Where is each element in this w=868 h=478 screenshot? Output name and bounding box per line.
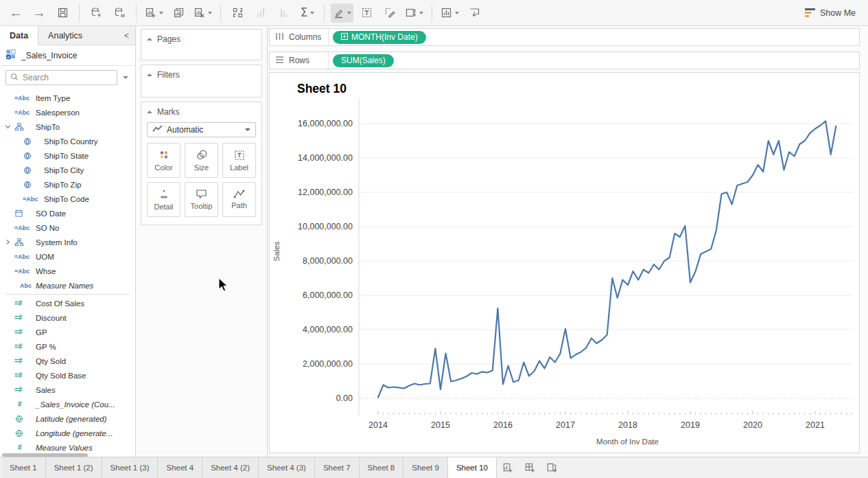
path-mark-button[interactable]: Path bbox=[222, 182, 256, 217]
redo-button[interactable]: → bbox=[29, 3, 49, 23]
field-item-gp[interactable]: =#GP % bbox=[0, 339, 135, 354]
field-item-item-type[interactable]: =AbcItem Type bbox=[0, 91, 135, 105]
color-mark-button[interactable]: Color bbox=[147, 143, 180, 178]
field-item-uom[interactable]: =AbcUOM bbox=[0, 249, 135, 264]
new-dashboard-button[interactable] bbox=[519, 457, 541, 478]
expander-right-icon[interactable] bbox=[4, 239, 11, 245]
num-field-icon: =# bbox=[14, 328, 32, 336]
duplicate-sheet-icon bbox=[173, 7, 185, 19]
field-list-options-caret[interactable] bbox=[123, 76, 128, 79]
field-item-gp[interactable]: =#GP bbox=[0, 325, 135, 339]
new-worksheet-button[interactable] bbox=[143, 3, 165, 23]
field-item-measure-values[interactable]: #Measure Values bbox=[0, 440, 135, 455]
fit-selector-icon bbox=[441, 7, 452, 19]
svg-text:2014: 2014 bbox=[368, 420, 388, 430]
worksheet-canvas[interactable]: Sheet 10 0.002,000,000.004,000,000.006,0… bbox=[269, 72, 860, 453]
sheet-tab-sheet-10[interactable]: Sheet 10 bbox=[448, 457, 497, 478]
size-mark-button[interactable]: Size bbox=[185, 143, 218, 178]
new-story-button[interactable] bbox=[541, 457, 563, 478]
rows-shelf[interactable]: Rows SUM(Sales) bbox=[269, 52, 860, 69]
sheet-tab-sheet-1[interactable]: Sheet 1 bbox=[1, 457, 46, 478]
search-input[interactable] bbox=[23, 73, 91, 82]
sheet-tab-sheet-9[interactable]: Sheet 9 bbox=[403, 457, 448, 478]
cell-size-button[interactable] bbox=[403, 3, 425, 23]
field-item-cost-of-sales[interactable]: =#Cost Of Sales bbox=[0, 296, 135, 310]
chevron-down-icon bbox=[245, 128, 250, 131]
field-item-measure-names[interactable]: AbcMeasure Names bbox=[0, 278, 135, 293]
mark-labels-button[interactable] bbox=[356, 3, 377, 23]
field-item-system-info[interactable]: System Info bbox=[0, 235, 135, 249]
new-datasource-button[interactable] bbox=[86, 3, 106, 23]
search-input-box[interactable] bbox=[5, 70, 117, 85]
horizontal-scrollbar-thumb[interactable] bbox=[2, 453, 88, 457]
undo-button[interactable]: ← bbox=[5, 3, 26, 23]
field-item-sales-invoice-cou[interactable]: #_Sales_Invoice (Cou... bbox=[0, 397, 135, 411]
field-item-shipto-city[interactable]: ShipTo City bbox=[0, 163, 135, 177]
field-item-shipto[interactable]: ShipTo bbox=[0, 120, 135, 134]
sheet-tab-sheet-4-3[interactable]: Sheet 4 (3) bbox=[259, 457, 315, 478]
field-item-salesperson[interactable]: =AbcSalesperson bbox=[0, 105, 135, 120]
field-label: Sales bbox=[36, 386, 56, 394]
tooltip-mark-button[interactable]: Tooltip bbox=[185, 182, 218, 217]
datasource-item[interactable]: _Sales_Invoice bbox=[0, 45, 135, 66]
filters-card[interactable]: Filters bbox=[141, 65, 262, 98]
field-item-sales[interactable]: =#Sales bbox=[0, 383, 135, 397]
collapse-pane-button[interactable]: < bbox=[118, 26, 135, 45]
globe-field-icon bbox=[23, 180, 40, 190]
sales-line-chart[interactable]: 0.002,000,000.004,000,000.006,000,000.00… bbox=[270, 73, 860, 453]
field-item-longitude-generate[interactable]: Longitude (generate... bbox=[0, 426, 135, 440]
field-item-shipto-code[interactable]: =AbcShipTo Code bbox=[0, 192, 135, 206]
fit-selector-button[interactable] bbox=[438, 3, 461, 23]
format-annotate-button[interactable] bbox=[379, 3, 400, 23]
sheet-tab-sheet-1-3[interactable]: Sheet 1 (3) bbox=[102, 457, 159, 478]
format-annotate-icon bbox=[384, 7, 396, 19]
pill-month-inv-date[interactable]: MONTH(Inv Date) bbox=[333, 31, 426, 44]
field-item-so-no[interactable]: =AbcSO No bbox=[0, 220, 135, 235]
sheet-tab-sheet-1-2[interactable]: Sheet 1 (2) bbox=[46, 457, 102, 478]
field-item-whse[interactable]: =AbcWhse bbox=[0, 264, 135, 278]
field-item-so-date[interactable]: SO Date bbox=[0, 206, 135, 220]
sheet-tab-sheet-4-2[interactable]: Sheet 4 (2) bbox=[202, 457, 259, 478]
swap-rows-columns-button[interactable] bbox=[227, 3, 248, 23]
field-item-qty-sold[interactable]: =#Qty Sold bbox=[0, 354, 135, 368]
sheet-tab-sheet-8[interactable]: Sheet 8 bbox=[360, 457, 404, 478]
field-item-shipto-state[interactable]: ShipTo State bbox=[0, 148, 135, 163]
tab-analytics[interactable]: Analytics bbox=[38, 26, 92, 45]
detail-mark-button[interactable]: Detail bbox=[147, 182, 180, 217]
totals-button[interactable]: Σ bbox=[297, 3, 318, 23]
pause-updates-button[interactable] bbox=[109, 3, 130, 23]
field-item-latitude-generated[interactable]: Latitude (generated) bbox=[0, 411, 135, 426]
mark-type-dropdown[interactable]: Automatic bbox=[147, 122, 256, 137]
sheet-tab-sheet-7[interactable]: Sheet 7 bbox=[315, 457, 360, 478]
mark-button-label: Color bbox=[154, 163, 172, 172]
save-button[interactable] bbox=[52, 3, 73, 23]
field-label: Latitude (generated) bbox=[36, 415, 107, 423]
svg-text:2021: 2021 bbox=[806, 420, 825, 430]
expander-down-icon[interactable] bbox=[4, 124, 11, 130]
globe-green-field-icon bbox=[14, 429, 32, 438]
field-item-discount[interactable]: =#Discount bbox=[0, 310, 135, 325]
field-list: =AbcItem Type=AbcSalespersonShipToShipTo… bbox=[0, 89, 135, 457]
columns-shelf-label: Columns bbox=[270, 29, 329, 45]
sheet-tab-sheet-4[interactable]: Sheet 4 bbox=[158, 457, 202, 478]
new-worksheet-button[interactable] bbox=[497, 457, 519, 478]
duplicate-sheet-button[interactable] bbox=[168, 3, 189, 23]
data-pane: Data Analytics < _Sales_Invoice = bbox=[0, 26, 136, 457]
show-me-button[interactable]: Show Me bbox=[805, 8, 864, 18]
rows-icon bbox=[275, 56, 284, 66]
label-mark-button[interactable]: Label bbox=[222, 143, 256, 178]
tab-data[interactable]: Data bbox=[0, 26, 38, 45]
pages-card[interactable]: Pages bbox=[141, 29, 262, 60]
num-field-icon: =# bbox=[14, 386, 32, 394]
mark-button-label: Tooltip bbox=[191, 202, 213, 210]
field-item-qty-sold-base[interactable]: =#Qty Sold Base bbox=[0, 368, 135, 383]
columns-shelf[interactable]: Columns MONTH(Inv Date) bbox=[269, 28, 860, 46]
clear-sheet-button[interactable] bbox=[191, 3, 214, 23]
pill-sum-sales[interactable]: SUM(Sales) bbox=[333, 54, 394, 67]
svg-text:2019: 2019 bbox=[681, 420, 700, 430]
presentation-mode-button[interactable] bbox=[464, 3, 484, 23]
field-item-shipto-zip[interactable]: ShipTo Zip bbox=[0, 177, 135, 192]
highlight-button[interactable] bbox=[331, 3, 353, 23]
field-item-shipto-country[interactable]: ShipTo Country bbox=[0, 134, 135, 148]
abc-field-icon: =Abc bbox=[14, 95, 32, 102]
